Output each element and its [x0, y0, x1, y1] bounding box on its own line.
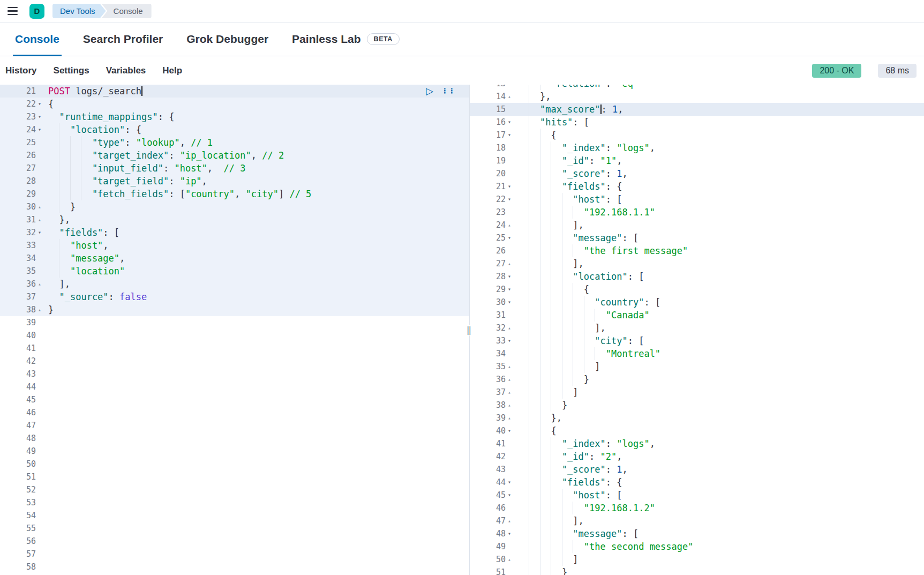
send-request-button[interactable]: ▷: [426, 85, 433, 98]
fold-open-icon[interactable]: ▾: [36, 123, 43, 136]
response-line-14[interactable]: 14▴},: [470, 90, 924, 103]
request-line-25[interactable]: 25"type": "lookup", // 1: [0, 136, 469, 149]
response-line-44[interactable]: 44▾"fields": {: [470, 476, 924, 489]
line-number-gutter[interactable]: 35▴: [470, 360, 516, 373]
menu-item-history[interactable]: History: [5, 65, 37, 76]
request-line-49[interactable]: 49: [0, 445, 469, 458]
line-number-gutter[interactable]: 23▾: [0, 110, 46, 123]
line-number-gutter[interactable]: 55: [0, 522, 46, 535]
line-number-gutter[interactable]: 33▾: [470, 334, 516, 347]
response-line-49[interactable]: 49"the second message": [470, 540, 924, 553]
menu-item-help[interactable]: Help: [162, 65, 182, 76]
line-number-gutter[interactable]: 27: [0, 162, 46, 175]
line-number-gutter[interactable]: 34: [0, 252, 46, 265]
response-line-27[interactable]: 27▴],: [470, 257, 924, 270]
response-line-18[interactable]: 18"_index": "logs",: [470, 141, 924, 154]
line-number-gutter[interactable]: 48▾: [470, 527, 516, 540]
line-number-gutter[interactable]: 31▴: [0, 213, 46, 226]
line-number-gutter[interactable]: 37: [0, 290, 46, 303]
line-number-gutter[interactable]: 21▾: [470, 180, 516, 193]
line-number-gutter[interactable]: 50: [0, 458, 46, 471]
request-line-43[interactable]: 43: [0, 368, 469, 380]
response-line-25[interactable]: 25▾"message": [: [470, 232, 924, 244]
response-line-46[interactable]: 46"192.168.1.2": [470, 502, 924, 514]
request-line-44[interactable]: 44: [0, 380, 469, 393]
line-number-gutter[interactable]: 16▾: [470, 116, 516, 129]
response-line-34[interactable]: 34"Montreal": [470, 347, 924, 360]
response-line-39[interactable]: 39▴},: [470, 412, 924, 424]
fold-open-icon[interactable]: ▾: [36, 98, 43, 110]
line-number-gutter[interactable]: 42: [0, 355, 46, 368]
line-number-gutter[interactable]: 22▾: [0, 98, 46, 110]
response-line-42[interactable]: 42"_id": "2",: [470, 450, 924, 463]
response-line-51[interactable]: 51}: [470, 566, 924, 575]
line-number-gutter[interactable]: 25: [0, 136, 46, 149]
line-number-gutter[interactable]: 49: [0, 445, 46, 458]
request-options-button[interactable]: ⋮⋮: [441, 85, 455, 98]
response-line-26[interactable]: 26"the first message": [470, 244, 924, 257]
fold-end-icon[interactable]: ▴: [506, 360, 513, 373]
response-line-48[interactable]: 48▾"message": [: [470, 527, 924, 540]
fold-open-icon[interactable]: ▾: [506, 270, 513, 283]
line-number-gutter[interactable]: 17▾: [470, 129, 516, 141]
line-number-gutter[interactable]: 19: [470, 154, 516, 167]
line-number-gutter[interactable]: 35: [0, 265, 46, 278]
line-number-gutter[interactable]: 53: [0, 496, 46, 509]
line-number-gutter[interactable]: 47: [0, 419, 46, 432]
response-line-29[interactable]: 29▾{: [470, 283, 924, 296]
line-number-gutter[interactable]: 30▾: [470, 296, 516, 309]
line-number-gutter[interactable]: 31: [470, 309, 516, 322]
response-line-47[interactable]: 47▴],: [470, 514, 924, 527]
fold-end-icon[interactable]: ▴: [36, 213, 43, 226]
request-line-38[interactable]: 38▴}: [0, 303, 469, 316]
fold-open-icon[interactable]: ▾: [506, 193, 513, 206]
line-number-gutter[interactable]: 15: [470, 103, 516, 116]
request-line-24[interactable]: 24▾"location": {: [0, 123, 469, 136]
request-line-32[interactable]: 32▾"fields": [: [0, 226, 469, 239]
tab-search-profiler[interactable]: Search Profiler: [83, 23, 163, 56]
response-line-23[interactable]: 23"192.168.1.1": [470, 206, 924, 219]
line-number-gutter[interactable]: 28▾: [470, 270, 516, 283]
divider-drag-handle-icon[interactable]: ‖: [467, 325, 471, 335]
line-number-gutter[interactable]: 37▴: [470, 386, 516, 399]
line-number-gutter[interactable]: 30▴: [0, 200, 46, 213]
line-number-gutter[interactable]: 44: [0, 380, 46, 393]
pane-divider[interactable]: ‖: [469, 85, 470, 575]
response-line-22[interactable]: 22▾"host": [: [470, 193, 924, 206]
line-number-gutter[interactable]: 28: [0, 175, 46, 188]
line-number-gutter[interactable]: 42: [470, 450, 516, 463]
request-line-34[interactable]: 34"message",: [0, 252, 469, 265]
breadcrumb-dev-tools[interactable]: Dev Tools: [52, 4, 106, 18]
request-line-23[interactable]: 23▾"runtime_mappings": {: [0, 110, 469, 123]
line-number-gutter[interactable]: 27▴: [470, 257, 516, 270]
response-line-15[interactable]: 15"max_score": 1,: [470, 103, 924, 116]
request-line-29[interactable]: 29"fetch_fields": ["country", "city"] //…: [0, 188, 469, 200]
fold-end-icon[interactable]: ▴: [506, 90, 513, 103]
fold-end-icon[interactable]: ▴: [506, 322, 513, 334]
response-line-30[interactable]: 30▾"country": [: [470, 296, 924, 309]
menu-button[interactable]: [7, 4, 21, 18]
response-line-41[interactable]: 41"_index": "logs",: [470, 437, 924, 450]
fold-end-icon[interactable]: ▴: [36, 278, 43, 290]
response-line-32[interactable]: 32▴],: [470, 322, 924, 334]
fold-end-icon[interactable]: ▴: [506, 373, 513, 386]
line-number-gutter[interactable]: 32▴: [470, 322, 516, 334]
response-line-19[interactable]: 19"_id": "1",: [470, 154, 924, 167]
line-number-gutter[interactable]: 47▴: [470, 514, 516, 527]
request-line-41[interactable]: 41: [0, 342, 469, 355]
line-number-gutter[interactable]: 23: [470, 206, 516, 219]
line-number-gutter[interactable]: 39▴: [470, 412, 516, 424]
tab-grok-debugger[interactable]: Grok Debugger: [186, 23, 268, 56]
response-line-38[interactable]: 38▴}: [470, 399, 924, 412]
line-number-gutter[interactable]: 38▴: [0, 303, 46, 316]
request-line-58[interactable]: 58: [0, 561, 469, 573]
response-line-40[interactable]: 40▾{: [470, 424, 924, 437]
line-number-gutter[interactable]: 39: [0, 316, 46, 329]
response-line-50[interactable]: 50▴]: [470, 553, 924, 566]
response-line-37[interactable]: 37▴]: [470, 386, 924, 399]
fold-end-icon[interactable]: ▴: [506, 412, 513, 424]
line-number-gutter[interactable]: 29▾: [470, 283, 516, 296]
fold-open-icon[interactable]: ▾: [506, 129, 513, 141]
line-number-gutter[interactable]: 43: [0, 368, 46, 380]
request-line-42[interactable]: 42: [0, 355, 469, 368]
